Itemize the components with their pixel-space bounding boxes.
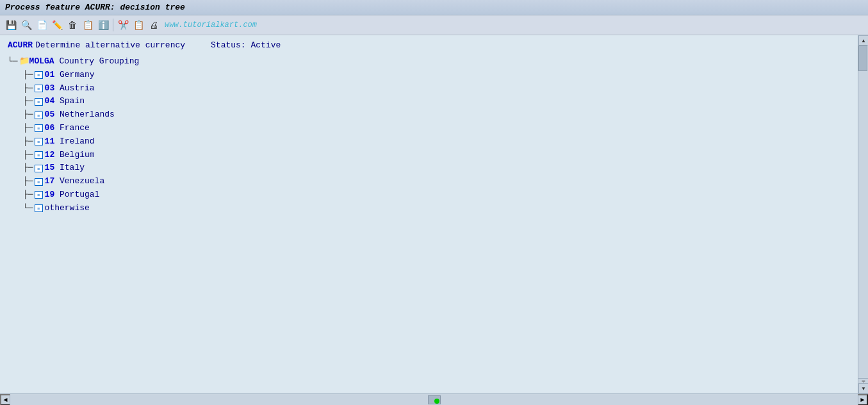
tree-node[interactable]: ├─≡06 France — [8, 122, 850, 135]
tree-node-key: 05 — [45, 110, 55, 119]
tree-node-key: 04 — [45, 96, 55, 106]
delete-button[interactable]: 🗑 — [65, 18, 79, 32]
node-icon: ≡ — [35, 112, 43, 119]
tree-connector: ├─ — [23, 149, 33, 162]
scrollbar-resize-handle: ╤ — [858, 378, 868, 383]
watermark-text: www.tutorialkart.com — [165, 21, 257, 29]
tree-node-desc: Portugal — [54, 190, 99, 199]
copy-button[interactable]: 📋 — [81, 18, 95, 32]
find-button[interactable]: 🔍 — [19, 18, 33, 32]
tree-node[interactable]: ├─≡12 Belgium — [8, 149, 850, 162]
tree-node-desc: Venezuela — [54, 176, 104, 186]
scrollbar-thumb[interactable] — [858, 45, 867, 71]
toolbar-separator-1 — [113, 19, 113, 31]
tree-node-key: 12 — [45, 150, 55, 160]
feature-id: ACURR — [8, 40, 33, 50]
tree-node-label: 01 Germany — [45, 69, 95, 82]
tree-connector: ├─ — [23, 82, 33, 95]
paste-button[interactable]: 📋 — [131, 18, 145, 32]
root-desc-label: Country Grouping — [59, 56, 139, 66]
title-bar: Process feature ACURR: decision tree — [0, 0, 868, 15]
folder-icon: 📁 — [19, 55, 29, 69]
status-bar: ◄ ► — [0, 393, 868, 405]
save-button[interactable]: 💾 — [4, 18, 18, 32]
tree-node-label: otherwise — [45, 202, 90, 215]
tree-node[interactable]: ├─≡15 Italy — [8, 161, 850, 175]
tree-node-label: 19 Portugal — [45, 188, 100, 202]
print-button[interactable]: 🖨 — [147, 18, 161, 32]
node-icon: ≡ — [35, 124, 43, 132]
status-value: Active — [250, 40, 281, 50]
tree-node[interactable]: ├─≡01 Germany — [8, 69, 850, 82]
tree-node-label: 11 Ireland — [45, 135, 95, 149]
tree-node-desc: Netherlands — [54, 110, 115, 119]
tree-node-desc: Ireland — [54, 136, 94, 146]
tree-node-desc: Germany — [54, 70, 94, 79]
tree-connector: ├─ — [23, 188, 33, 202]
node-icon: ≡ — [35, 178, 43, 186]
scroll-up-button[interactable]: ▲ — [858, 35, 868, 45]
root-key-label: MOLGA — [29, 56, 54, 66]
tree-children: ├─≡01 Germany├─≡03 Austria├─≡04 Spain├─≡… — [8, 69, 850, 215]
node-icon: ≡ — [35, 191, 43, 199]
tree-node[interactable]: ├─≡03 Austria — [8, 82, 850, 95]
tree-node-label: 15 Italy — [45, 161, 85, 175]
tree-node[interactable]: └─≡otherwise — [8, 202, 850, 215]
node-icon: ≡ — [35, 138, 43, 145]
tree-node-desc: Italy — [54, 163, 85, 172]
decision-tree: └─ 📁 MOLGA Country Grouping ├─≡01 German… — [8, 55, 850, 215]
tree-connector: └─ — [23, 202, 33, 215]
tree-node[interactable]: ├─≡19 Portugal — [8, 188, 850, 202]
status-indicator — [434, 399, 439, 404]
tree-node-desc: Spain — [54, 96, 85, 106]
node-icon: ≡ — [35, 85, 43, 92]
info-button[interactable]: ℹ️ — [96, 18, 110, 32]
tree-connector: ├─ — [23, 95, 33, 108]
tree-root-label: MOLGA Country Grouping — [29, 55, 140, 69]
tree-node-desc: Austria — [54, 83, 94, 93]
header-info: ACURR Determine alternative currency Sta… — [8, 40, 850, 50]
tree-connector: ├─ — [23, 161, 33, 175]
tree-node[interactable]: ├─≡11 Ireland — [8, 135, 850, 149]
tree-node-key: 06 — [45, 123, 55, 133]
node-icon: ≡ — [35, 165, 43, 172]
scrollbar-track[interactable] — [858, 45, 868, 378]
horizontal-scrollbar-track[interactable] — [10, 394, 858, 406]
tree-node-label: 12 Belgium — [45, 149, 95, 162]
tree-node-label: 03 Austria — [45, 82, 95, 95]
new-button[interactable]: 📄 — [35, 18, 49, 32]
tree-node-key: 15 — [45, 163, 55, 172]
tree-node-key: 17 — [45, 176, 55, 186]
tree-connector: ├─ — [23, 175, 33, 188]
tree-node-key: 19 — [45, 190, 55, 199]
main-area: ACURR Determine alternative currency Sta… — [0, 35, 868, 393]
tree-connector: ├─ — [23, 135, 33, 149]
tree-root-line: └─ — [8, 55, 18, 69]
feature-description: Determine alternative currency — [35, 40, 185, 50]
tree-node-key: 01 — [45, 70, 55, 79]
tree-node-desc: Belgium — [54, 150, 94, 160]
scroll-right-button[interactable]: ► — [858, 394, 868, 406]
status-label: Status: — [211, 40, 246, 50]
cut-button[interactable]: ✂️ — [116, 18, 130, 32]
tree-root[interactable]: └─ 📁 MOLGA Country Grouping — [8, 55, 850, 69]
tree-node[interactable]: ├─≡05 Netherlands — [8, 108, 850, 122]
tree-node[interactable]: ├─≡04 Spain — [8, 95, 850, 108]
tree-node-label: 05 Netherlands — [45, 108, 115, 122]
content-panel: ACURR Determine alternative currency Sta… — [0, 35, 858, 393]
tree-node[interactable]: ├─≡17 Venezuela — [8, 175, 850, 188]
tree-connector: ├─ — [23, 108, 33, 122]
node-icon: ≡ — [35, 98, 43, 106]
tree-connector: ├─ — [23, 122, 33, 135]
title-text: Process feature ACURR: decision tree — [5, 3, 185, 12]
tree-connector: ├─ — [23, 69, 33, 82]
node-icon: ≡ — [35, 204, 43, 212]
scroll-down-button[interactable]: ▼ — [858, 383, 868, 393]
edit-button[interactable]: ✏️ — [50, 18, 64, 32]
scrollbar-right: ▲ ╤ ▼ — [858, 35, 868, 393]
node-icon: ≡ — [35, 71, 43, 79]
tree-node-key: 03 — [45, 83, 55, 93]
tree-node-label: 06 France — [45, 122, 90, 135]
tree-node-key: 11 — [45, 136, 55, 146]
scroll-left-button[interactable]: ◄ — [0, 394, 10, 406]
